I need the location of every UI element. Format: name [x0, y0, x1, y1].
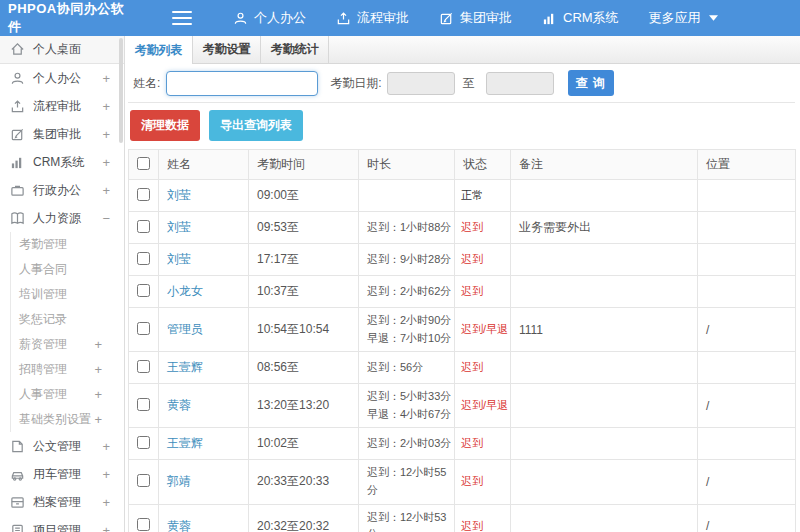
- remark: [511, 180, 698, 212]
- employee-name-link[interactable]: 刘莹: [167, 188, 191, 202]
- edit-square-icon: [439, 11, 454, 26]
- top-menu-personal-office[interactable]: 个人办公: [218, 0, 321, 36]
- sidebar-item-crm-system[interactable]: CRM系统 +: [0, 148, 124, 176]
- duration: 迟到：12小时53分: [359, 504, 455, 532]
- sidebar-scrollbar[interactable]: [119, 38, 123, 143]
- employee-name-link[interactable]: 王壹辉: [167, 436, 203, 450]
- expand-indicator[interactable]: +: [102, 127, 110, 142]
- archive-icon: [10, 495, 25, 510]
- expand-indicator[interactable]: +: [102, 439, 110, 454]
- duration: 迟到：9小时28分: [359, 244, 455, 276]
- tab-attendance-settings[interactable]: 考勤设置: [193, 36, 261, 63]
- expand-indicator[interactable]: +: [102, 183, 110, 198]
- sidebar-item-attendance-management[interactable]: 考勤管理: [10, 232, 124, 257]
- duration: 迟到：2小时62分: [359, 276, 455, 308]
- workflow-icon: [336, 11, 351, 26]
- top-menu-group-approval[interactable]: 集团审批: [424, 0, 527, 36]
- row-checkbox[interactable]: [137, 322, 150, 335]
- name-input[interactable]: [166, 71, 318, 96]
- collapse-indicator[interactable]: −: [102, 211, 110, 226]
- employee-name-link[interactable]: 郭靖: [167, 474, 191, 488]
- table-row: 刘莹 17:17至 迟到：9小时28分 迟到: [129, 244, 796, 276]
- expand-indicator[interactable]: +: [94, 337, 102, 352]
- expand-indicator[interactable]: +: [94, 387, 102, 402]
- sidebar-item-label: 招聘管理: [19, 361, 94, 378]
- employee-name-link[interactable]: 管理员: [167, 322, 203, 336]
- document-icon: [10, 439, 25, 454]
- select-all-checkbox[interactable]: [137, 157, 150, 170]
- row-checkbox[interactable]: [137, 360, 150, 373]
- attendance-time: 20:33至20:33: [249, 460, 359, 504]
- sidebar-item-document-management[interactable]: 公文管理 +: [0, 432, 124, 460]
- row-checkbox[interactable]: [137, 220, 150, 233]
- sidebar-item-workflow-approval[interactable]: 流程审批 +: [0, 92, 124, 120]
- row-checkbox[interactable]: [137, 518, 150, 531]
- expand-indicator[interactable]: +: [102, 467, 110, 482]
- row-checkbox[interactable]: [137, 474, 150, 487]
- sidebar-item-personnel-management[interactable]: 人事管理 +: [10, 382, 124, 407]
- sidebar-item-reward-punishment-records[interactable]: 奖惩记录: [10, 307, 124, 332]
- date-to-input[interactable]: [486, 72, 554, 95]
- sidebar-item-personal-desktop[interactable]: 个人桌面: [0, 36, 124, 64]
- employee-name-link[interactable]: 黄蓉: [167, 519, 191, 532]
- sidebar: 个人桌面 个人办公 + 流程审批 + 集团审批 + CRM系统 + 行政办公 +: [0, 36, 125, 532]
- tab-attendance-list[interactable]: 考勤列表: [125, 36, 193, 64]
- row-checkbox[interactable]: [137, 188, 150, 201]
- sidebar-item-group-approval[interactable]: 集团审批 +: [0, 120, 124, 148]
- expand-indicator[interactable]: +: [102, 155, 110, 170]
- search-button[interactable]: 查 询: [568, 70, 614, 96]
- sidebar-item-personal-office[interactable]: 个人办公 +: [0, 64, 124, 92]
- sidebar-item-archive-management[interactable]: 档案管理 +: [0, 488, 124, 516]
- employee-name-link[interactable]: 刘莹: [167, 220, 191, 234]
- top-menu-more-apps[interactable]: 更多应用: [634, 0, 733, 36]
- top-menu-workflow-approval[interactable]: 流程审批: [321, 0, 424, 36]
- row-checkbox[interactable]: [137, 252, 150, 265]
- expand-indicator[interactable]: +: [94, 412, 102, 427]
- sidebar-item-salary-management[interactable]: 薪资管理 +: [10, 332, 124, 357]
- employee-name-link[interactable]: 小龙女: [167, 284, 203, 298]
- expand-indicator[interactable]: +: [102, 99, 110, 114]
- status-text: 正常: [455, 180, 511, 212]
- export-list-button[interactable]: 导出查询列表: [209, 110, 303, 141]
- app-logo[interactable]: PHPOA协同办公软件: [0, 0, 130, 36]
- sidebar-item-label: 项目管理: [33, 522, 102, 532]
- sidebar-item-human-resources[interactable]: 人力资源 −: [0, 204, 124, 232]
- row-checkbox[interactable]: [137, 398, 150, 411]
- sidebar-item-label: 人力资源: [33, 210, 102, 227]
- sidebar-item-label: 奖惩记录: [19, 311, 102, 328]
- attendance-time: 09:53至: [249, 212, 359, 244]
- expand-indicator[interactable]: +: [102, 523, 110, 532]
- top-menu-crm-system[interactable]: CRM系统: [527, 0, 634, 36]
- location: /: [698, 384, 796, 428]
- employee-name-link[interactable]: 王壹辉: [167, 360, 203, 374]
- sidebar-item-admin-office[interactable]: 行政办公 +: [0, 176, 124, 204]
- sidebar-item-recruitment-management[interactable]: 招聘管理 +: [10, 357, 124, 382]
- attendance-time: 10:54至10:54: [249, 308, 359, 352]
- attendance-time: 17:17至: [249, 244, 359, 276]
- employee-name-link[interactable]: 黄蓉: [167, 398, 191, 412]
- main-layout: 个人桌面 个人办公 + 流程审批 + 集团审批 + CRM系统 + 行政办公 +: [0, 36, 800, 532]
- sidebar-item-base-category-settings[interactable]: 基础类别设置 +: [10, 407, 124, 432]
- attendance-time: 10:37至: [249, 276, 359, 308]
- sidebar-item-personnel-contract[interactable]: 人事合同: [10, 257, 124, 282]
- row-checkbox[interactable]: [137, 284, 150, 297]
- date-from-input[interactable]: [387, 72, 455, 95]
- sidebar-item-label: 个人桌面: [33, 41, 110, 58]
- expand-indicator[interactable]: +: [94, 362, 102, 377]
- sidebar-item-label: 档案管理: [33, 494, 102, 511]
- sidebar-item-project-management[interactable]: 项目管理 +: [0, 516, 124, 532]
- row-checkbox[interactable]: [137, 436, 150, 449]
- hamburger-icon[interactable]: [172, 11, 192, 25]
- status-text: 迟到: [455, 352, 511, 384]
- expand-indicator[interactable]: +: [102, 495, 110, 510]
- expand-indicator[interactable]: +: [102, 71, 110, 86]
- tab-attendance-statistics[interactable]: 考勤统计: [261, 36, 329, 63]
- attendance-time: 08:56至: [249, 352, 359, 384]
- employee-name-link[interactable]: 刘莹: [167, 252, 191, 266]
- location: [698, 180, 796, 212]
- location: [698, 244, 796, 276]
- clear-data-button[interactable]: 清理数据: [130, 110, 200, 141]
- location: /: [698, 460, 796, 504]
- sidebar-item-training-management[interactable]: 培训管理: [10, 282, 124, 307]
- sidebar-item-vehicle-management[interactable]: 用车管理 +: [0, 460, 124, 488]
